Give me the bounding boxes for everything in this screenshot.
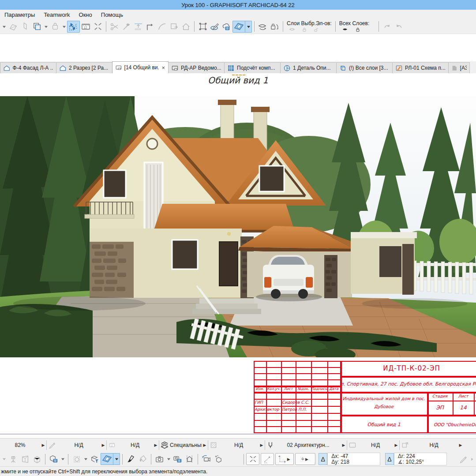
window-title: Урок 100 - GRAPHISOFT ARCHICAD-64 22 — [181, 2, 295, 8]
camera-tripod-icon[interactable] — [7, 453, 19, 465]
photo-caret-icon[interactable] — [165, 453, 172, 465]
curve-edge-icon[interactable] — [156, 21, 168, 33]
measure-icon[interactable] — [80, 21, 92, 33]
trace-reference-icon[interactable] — [31, 21, 43, 33]
edit-elements-button[interactable] — [67, 21, 80, 33]
rev-header-list: Лист — [281, 386, 296, 392]
lock-toggle-icon[interactable] — [269, 21, 281, 33]
tab-general-view[interactable]: [14 Общий ви...× — [112, 61, 169, 73]
document-3d-icon — [115, 64, 122, 71]
zoom-menu-icon: ▶ — [40, 443, 46, 447]
schedule-icon — [227, 64, 235, 72]
menu-teamwork[interactable]: Teamwork — [39, 11, 74, 19]
layout-icon — [171, 64, 179, 72]
marquee-icon[interactable] — [92, 21, 104, 33]
delta-xy-panel[interactable]: Δx: -47 Δy: 218 — [327, 453, 380, 465]
delta-xy-toggle[interactable]: Δ — [319, 453, 327, 465]
tab-layout-book[interactable]: РД-АР Ведомо... — [168, 62, 225, 73]
pen-quick-icon — [48, 441, 56, 449]
all-layers-lock-icon[interactable] — [355, 27, 360, 32]
editing-plane-button[interactable] — [232, 21, 252, 33]
fillet-icon[interactable] — [144, 21, 156, 33]
layer-unlock-icon[interactable] — [313, 27, 319, 32]
edit-pen-icon[interactable] — [457, 453, 469, 465]
coordinate-divide-button[interactable]: ÷▶ — [295, 453, 315, 465]
sheet-value: 14 — [453, 401, 474, 414]
tab-master-layout[interactable]: [A3 — [448, 62, 470, 73]
stretch-icon[interactable] — [132, 21, 144, 33]
tab-elevation[interactable]: Ф-4 Фасад Л-А ... — [0, 62, 56, 73]
filter-caret-icon[interactable] — [82, 453, 89, 465]
overflow-caret-icon[interactable] — [1, 21, 7, 33]
render-icon[interactable] — [212, 453, 224, 465]
master-layout-icon — [451, 64, 458, 72]
resize-icon[interactable] — [168, 21, 180, 33]
zoom-control[interactable]: 82%▶ — [0, 439, 46, 452]
adjust-icon[interactable] — [120, 21, 132, 33]
bimcloud-icon[interactable] — [221, 21, 232, 33]
parameter-transfer-icon[interactable] — [49, 21, 61, 33]
pane-splitter[interactable] — [0, 434, 476, 435]
home-story-icon[interactable] — [180, 21, 192, 33]
layer-combination-control[interactable]: Специальный▶ — [159, 439, 208, 452]
3d-settings-caret-icon[interactable] — [60, 453, 66, 465]
renovation-control[interactable]: Н/Д▶ — [400, 439, 464, 452]
axonometry-icon[interactable] — [31, 453, 43, 465]
drawing-view[interactable]: Общий вид 1 — [0, 73, 476, 438]
vertical-plane-icon[interactable] — [19, 21, 31, 33]
skew-plane-icon[interactable] — [7, 21, 19, 33]
rev-header-izm: Изм. — [254, 386, 266, 392]
menu-window[interactable]: Окно — [75, 11, 97, 19]
magic-sketch-icon[interactable] — [209, 21, 221, 33]
sun-study-icon[interactable] — [184, 453, 195, 465]
model-view-control[interactable]: Н/Д▶ — [347, 439, 399, 452]
flythrough-icon[interactable] — [200, 453, 212, 465]
filter-elements-icon[interactable] — [71, 453, 82, 465]
redo-icon[interactable] — [381, 21, 393, 33]
undo-icon[interactable] — [393, 21, 405, 33]
delta-ra-panel[interactable]: Δr: 224 ∡: 102,25° — [394, 453, 447, 465]
photo-settings-icon[interactable] — [172, 453, 184, 465]
brush-icon[interactable] — [125, 453, 137, 465]
section-icon — [59, 64, 67, 72]
tab-close-icon[interactable]: × — [161, 64, 165, 71]
edit-pen-arrow-icon[interactable] — [469, 453, 475, 465]
detail-icon — [283, 64, 291, 72]
photo-icon[interactable] — [154, 453, 165, 465]
tab-schedule[interactable]: Подсчёт комп... — [224, 62, 281, 73]
tab-worksheet[interactable]: РЛ-01 Схема п... — [392, 62, 449, 73]
split-icon[interactable] — [109, 21, 120, 33]
tab-detail[interactable]: 1 Деталь Опи... — [280, 62, 337, 73]
pen-set-control[interactable]: Н/Д▶ — [47, 439, 106, 452]
layer-show-icon[interactable] — [289, 26, 296, 32]
show-hide-icon[interactable] — [257, 21, 269, 33]
all-layers-show-icon[interactable] — [341, 26, 349, 32]
nav-overflow-icon[interactable] — [1, 453, 7, 465]
parameter-transfer-caret-icon[interactable] — [61, 21, 67, 33]
window-option-icon — [349, 441, 356, 449]
rev-header-podpis: Подпись — [311, 386, 327, 392]
sheets-header: Ли — [474, 392, 476, 401]
transform-icon[interactable] — [197, 21, 209, 33]
filter-3d-icon[interactable] — [89, 453, 101, 465]
fill-display-control[interactable]: Н/Д▶ — [208, 439, 265, 452]
editing-plane-3d-button[interactable] — [101, 453, 120, 465]
paint-icon[interactable] — [137, 453, 149, 465]
3d-view-icon — [339, 64, 347, 72]
ruler-quick-icon — [108, 442, 116, 448]
view-name-cell: Общий вид 1 — [342, 416, 426, 433]
marquee-mode-button[interactable] — [246, 453, 259, 465]
delta-ra-toggle[interactable]: Δ — [385, 453, 394, 465]
snap-reference-button[interactable]: ▶ — [275, 453, 294, 465]
layer-lock-icon[interactable] — [302, 27, 307, 32]
trace-reference-caret-icon[interactable] — [43, 21, 49, 33]
3d-settings-icon[interactable] — [48, 453, 60, 465]
menu-parameters[interactable]: Параметры — [0, 11, 39, 19]
perspective-icon[interactable] — [19, 453, 31, 465]
menu-help[interactable]: Помощь — [97, 11, 127, 19]
tab-section[interactable]: 2 Разрез [2 Ра... — [56, 62, 112, 73]
tab-3d-view[interactable]: (!) Все слои [3... — [336, 62, 393, 73]
scale-control[interactable]: Н/Д▶ — [107, 439, 159, 452]
pen-set-selector[interactable]: 02 Архитектурн...▶ — [265, 439, 347, 452]
guide-snap-button[interactable] — [261, 453, 274, 465]
